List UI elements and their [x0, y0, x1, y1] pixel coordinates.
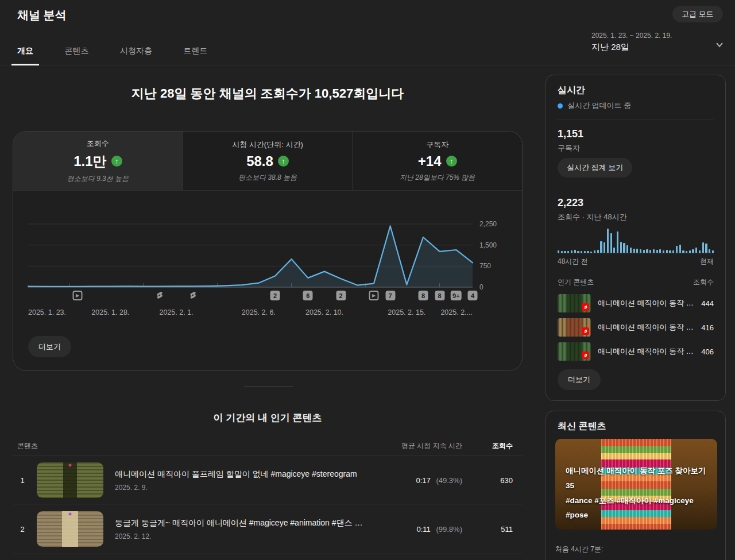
realtime-bar — [636, 249, 638, 253]
table-row[interactable]: 1 애니메이션 매직아이 풀프레임 할말이 없네 #magiceye #ster… — [13, 456, 523, 505]
tab-trends[interactable]: 트렌드 — [177, 40, 213, 65]
realtime-bar-chart[interactable] — [558, 226, 714, 253]
realtime-card: 실시간 실시간 업데이트 중 1,151 구독자 실시간 집계 보기 2,223… — [546, 75, 726, 401]
realtime-bar — [633, 249, 635, 253]
divider — [558, 119, 714, 119]
realtime-bar — [682, 250, 684, 253]
x-axis-tick: 2025. 1. 23. — [28, 308, 66, 316]
realtime-bar — [597, 250, 599, 253]
x-axis-tick: 2025. 1. 28. — [91, 308, 129, 316]
views-trend-chart[interactable]: 2,2501,5007500 — [13, 218, 523, 292]
tab-content[interactable]: 콘텐츠 — [59, 40, 94, 65]
shorts-publish-icon[interactable] — [155, 291, 164, 300]
metric-label: 구독자 — [426, 140, 448, 150]
realtime-bar — [584, 251, 586, 253]
video-thumbnail — [558, 342, 591, 361]
realtime-bar — [699, 250, 701, 253]
table-row[interactable]: 2 둥글게 둥글게~ 매직아이 애니메이션 #magiceye #animati… — [13, 505, 523, 554]
top-content-title: 이 기간의 내 인기 콘텐츠 — [13, 411, 523, 424]
bar-axis-right-label: 현재 — [700, 257, 714, 267]
realtime-bar — [705, 244, 707, 253]
metric-label: 시청 시간(단위: 시간) — [232, 140, 303, 150]
publish-count-badge[interactable]: 8 — [435, 291, 444, 300]
realtime-bar — [600, 241, 602, 253]
column-header-avg-duration[interactable]: 평균 시청 지속 시간 — [370, 441, 468, 451]
video-title: 애니메이션 매직아이 동작 포즈... — [598, 298, 694, 308]
tab-overview[interactable]: 개요 — [11, 40, 39, 65]
realtime-bar — [571, 250, 572, 253]
realtime-bar — [676, 246, 678, 253]
video-title: 애니메이션 매직아이 동작 포즈... — [598, 322, 694, 333]
views-value: 406 — [701, 347, 714, 356]
date-range-text: 2025. 1. 23. ~ 2025. 2. 19. — [591, 32, 724, 40]
video-thumbnail[interactable] — [37, 511, 103, 547]
realtime-bar — [643, 250, 645, 253]
realtime-bar — [567, 251, 569, 253]
publish-count-badge[interactable]: 2 — [270, 291, 280, 300]
publish-count-badge[interactable]: 9+ — [451, 291, 462, 300]
shorts-publish-icon[interactable] — [188, 291, 198, 300]
metric-card-subscribers[interactable]: 구독자 +14 ↑ 지난 28일보다 75% 많음 — [353, 132, 522, 190]
advanced-mode-button[interactable]: 고급 모드 — [672, 6, 723, 22]
video-thumbnail[interactable] — [37, 462, 103, 498]
realtime-bar — [659, 249, 661, 253]
metric-card-views[interactable]: 조회수 1.1만 ↑ 평소보다 9.3천 높음 — [13, 132, 183, 190]
metric-note: 평소보다 9.3천 높음 — [67, 174, 129, 184]
views-value: 630 — [468, 476, 523, 485]
latest-content-title: 최신 콘텐츠 — [558, 420, 606, 432]
realtime-bar — [702, 242, 704, 253]
chevron-down-icon — [714, 40, 725, 50]
metric-card-watch-time[interactable]: 시청 시간(단위: 시간) 58.8 ↑ 평소보다 38.8 높음 — [183, 132, 353, 190]
realtime-bar — [623, 243, 625, 253]
y-axis-tick: 1,500 — [479, 241, 497, 249]
rank-number: 2 — [13, 525, 32, 534]
views-value: 444 — [701, 299, 714, 308]
x-axis-tick: 2025. 2. 10. — [305, 308, 343, 316]
realtime-bar — [617, 231, 618, 253]
x-axis-tick: 2025. 2. 1. — [159, 308, 193, 316]
trend-up-icon: ↑ — [278, 156, 289, 167]
video-publish-icon[interactable]: ▶ — [369, 291, 379, 300]
realtime-bar — [692, 249, 694, 253]
video-title[interactable]: 애니메이션 매직아이 풀프레임 할말이 없네 #magiceye #stereo… — [115, 469, 365, 480]
latest-video-title-line1: 애니메이션 매직아이 동작 포즈 찾아보기 35 — [566, 464, 711, 493]
y-axis-tick: 0 — [479, 283, 483, 291]
x-axis-labels: 2025. 1. 23.2025. 1. 28.2025. 2. 1.2025.… — [13, 308, 522, 318]
publish-count-badge[interactable]: 2 — [336, 291, 346, 300]
tab-audience[interactable]: 시청자층 — [114, 40, 158, 65]
latest-video-thumbnail[interactable]: 애니메이션 매직아이 동작 포즈 찾아보기 35 #dance #포즈 #매직아… — [555, 439, 717, 530]
popular-content-item[interactable]: 애니메이션 매직아이 동작 포즈... 416 — [558, 318, 714, 337]
column-header-content[interactable]: 콘텐츠 — [13, 441, 370, 451]
realtime-bar — [689, 250, 691, 253]
video-title[interactable]: 둥글게 둥글게~ 매직아이 애니메이션 #magiceye #animation… — [115, 518, 365, 528]
popular-views-header: 조회수 — [693, 277, 714, 287]
date-range-picker[interactable]: 2025. 1. 23. ~ 2025. 2. 19. 지난 28일 — [591, 32, 724, 53]
see-more-button[interactable]: 더보기 — [558, 369, 601, 390]
popular-content-item[interactable]: 애니메이션 매직아이 동작 포즈... 406 — [558, 342, 714, 361]
realtime-bar — [686, 251, 687, 253]
avg-duration-percent: (99.8%) — [436, 525, 462, 534]
x-axis-tick: 2025. 2. 15. — [388, 308, 425, 316]
realtime-bar — [610, 233, 612, 253]
publish-count-badge[interactable]: 8 — [419, 291, 428, 300]
publish-count-badge[interactable]: 6 — [303, 291, 313, 300]
video-publish-icon[interactable]: ▶ — [73, 291, 83, 300]
realtime-subscribers-label: 구독자 — [558, 143, 580, 153]
shorts-badge-icon — [582, 327, 589, 335]
rank-number: 1 — [13, 476, 32, 485]
realtime-views-label: 조회수 · 지난 48시간 — [558, 212, 627, 222]
popular-content-item[interactable]: 애니메이션 매직아이 동작 포즈... 444 — [558, 293, 714, 313]
realtime-bar — [640, 249, 641, 253]
publish-count-badge[interactable]: 4 — [468, 291, 478, 300]
avg-duration-percent: (49.3%) — [436, 476, 462, 485]
see-more-button[interactable]: 더보기 — [28, 336, 71, 357]
publish-count-badge[interactable]: 7 — [385, 291, 395, 300]
column-header-views[interactable]: 조회수 — [468, 441, 523, 451]
realtime-bar — [581, 251, 582, 253]
metric-value: 58.8 — [246, 153, 273, 169]
realtime-bar — [663, 250, 664, 253]
realtime-bar — [649, 250, 651, 253]
top-content-table: 콘텐츠 평균 시청 지속 시간 조회수 1 애니메이션 매직아이 풀프레임 할말… — [13, 437, 523, 554]
see-live-count-button[interactable]: 실시간 집계 보기 — [558, 158, 632, 177]
views-trend-line — [28, 226, 473, 287]
